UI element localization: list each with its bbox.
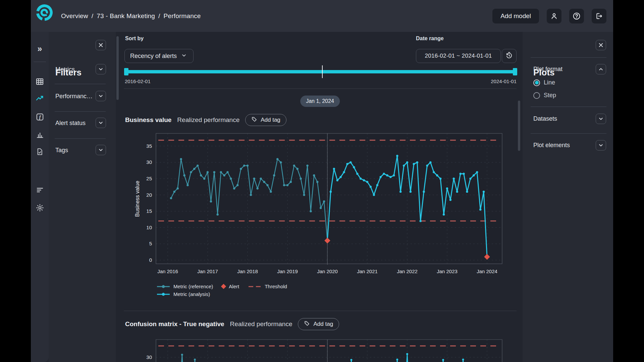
confusion-matrix-chart[interactable]: 30 — [116, 339, 523, 362]
add-model-button[interactable]: Add model — [492, 9, 539, 23]
svg-text:25: 25 — [146, 176, 152, 181]
svg-text:0: 0 — [149, 257, 152, 263]
slider-date-labels: 2016-02-01 2024-01-01 — [125, 78, 517, 84]
business-value-chart[interactable]: 05101520253035Jan 2016Jan 2017Jan 2018Ja… — [116, 131, 523, 280]
breadcrumb-overview[interactable]: Overview — [61, 12, 88, 20]
filter-section-tags-toggle[interactable] — [96, 145, 106, 155]
rail-item-reports[interactable] — [34, 146, 46, 158]
chart2-subtitle: Realized performance — [230, 320, 292, 328]
plot-format-option-step[interactable]: Step — [533, 92, 556, 99]
trend-up-icon — [35, 94, 45, 104]
rail-item-settings[interactable] — [34, 202, 46, 215]
svg-text:30: 30 — [146, 354, 152, 360]
legend-analysis-label: Metric (analysis) — [173, 291, 210, 297]
svg-text:Jan 2023: Jan 2023 — [437, 268, 458, 274]
plots-divider — [531, 133, 606, 134]
screenshot-page: Overview / 73 - Bank Marketing / Perform… — [0, 0, 644, 362]
plots-panel: Plots Plot format Line Step Datasets — [523, 32, 613, 362]
rail-item-bar-charts[interactable] — [34, 129, 46, 141]
date-range-slider[interactable] — [125, 68, 517, 75]
legend-item-reference[interactable]: Metric (reference) — [157, 284, 213, 289]
help-button[interactable] — [569, 9, 584, 23]
filter-section-tags-label: Tags — [55, 147, 68, 154]
filter-section-performance-label: Performanc… — [55, 93, 93, 100]
table-grid-icon — [35, 77, 44, 87]
svg-text:f: f — [39, 114, 41, 120]
double-chevron-right-icon: » — [38, 45, 42, 53]
date-range-input[interactable]: 2016-02-01 ~ 2024-01-01 — [416, 49, 501, 63]
rail-expand-button[interactable]: » — [34, 43, 46, 55]
filter-section-alert-status-toggle[interactable] — [96, 118, 106, 128]
reference-line-sample — [157, 284, 170, 289]
legend-item-alert[interactable]: Alert — [222, 284, 239, 289]
tag-icon — [251, 116, 257, 124]
analysis-line-sample — [157, 292, 170, 297]
slider-handle-start[interactable] — [124, 68, 128, 75]
breadcrumb-model[interactable]: 73 - Bank Marketing — [97, 12, 155, 20]
svg-text:15: 15 — [146, 208, 152, 214]
date-range-value: 2016-02-01 ~ 2024-01-01 — [425, 53, 492, 59]
plots-close-button[interactable] — [596, 40, 606, 50]
rail-divider — [34, 62, 46, 62]
plot-format-toggle[interactable] — [596, 64, 606, 74]
logout-button[interactable] — [592, 9, 606, 23]
slider-cursor[interactable] — [322, 65, 323, 78]
main-left-scrollbar[interactable] — [116, 36, 119, 100]
svg-text:35: 35 — [146, 143, 152, 149]
slider-start-date: 2016-02-01 — [125, 78, 151, 84]
legend-item-threshold[interactable]: Threshold — [248, 284, 287, 289]
chevron-down-icon — [181, 53, 186, 59]
add-tag-button[interactable]: Add tag — [298, 318, 339, 330]
svg-text:Business value: Business value — [135, 181, 140, 217]
chevron-up-icon — [598, 67, 603, 72]
chart1-header: Business value Realized performance Add … — [125, 114, 286, 126]
svg-text:10: 10 — [146, 225, 152, 230]
legend-item-analysis[interactable]: Metric (analysis) — [157, 291, 210, 297]
rail-item-performance[interactable] — [34, 93, 46, 105]
plot-format-option-line[interactable]: Line — [533, 79, 555, 86]
filter-section-metrics-toggle[interactable] — [96, 64, 106, 74]
chart2-header: Confusion matrix - True negative Realize… — [125, 318, 339, 330]
slider-handle-end[interactable] — [513, 68, 517, 75]
add-tag-button[interactable]: Add tag — [245, 114, 286, 126]
topbar-actions: Add model — [492, 0, 606, 32]
close-icon — [98, 43, 103, 48]
brand-logo-icon[interactable] — [36, 4, 53, 21]
radio-line-label: Line — [544, 79, 555, 86]
rail-item-functions[interactable]: f — [34, 112, 46, 124]
svg-text:30: 30 — [146, 159, 152, 165]
filter-section-metrics-label: Metrics — [55, 66, 75, 73]
filters-divider — [55, 84, 106, 84]
svg-text:Jan 2018: Jan 2018 — [237, 268, 258, 274]
date-range-reset-button[interactable] — [502, 49, 517, 63]
user-account-button[interactable] — [547, 9, 561, 23]
bar-chart-icon — [36, 130, 44, 140]
svg-text:Jan 2019: Jan 2019 — [277, 268, 298, 274]
plot-format-label: Plot format — [533, 66, 562, 73]
filter-section-performance-toggle[interactable] — [96, 91, 106, 101]
add-tag-label: Add tag — [313, 321, 333, 327]
sort-by-select[interactable]: Recency of alerts — [124, 49, 194, 63]
svg-text:20: 20 — [146, 192, 152, 198]
rail-item-filter-lines[interactable] — [34, 185, 46, 197]
datasets-toggle[interactable] — [596, 114, 606, 124]
main-content: Sort by Recency of alerts Date range 201… — [116, 32, 523, 362]
filters-divider — [55, 111, 106, 112]
user-icon — [550, 12, 558, 20]
add-tag-label: Add tag — [261, 117, 280, 123]
filters-panel: Filters Metrics Performanc… Alert status — [49, 32, 116, 362]
slider-end-date: 2024-01-01 — [491, 78, 517, 84]
main-right-scrollbar[interactable] — [518, 101, 520, 151]
filters-close-button[interactable] — [96, 40, 106, 50]
slider-track[interactable] — [125, 70, 517, 73]
cursor-date-badge[interactable]: Jan 1, 2024 — [300, 96, 340, 107]
legend-threshold-label: Threshold — [265, 284, 287, 289]
icon-rail: » f — [31, 32, 49, 362]
rail-item-data-table[interactable] — [34, 76, 46, 88]
plot-elements-toggle[interactable] — [596, 140, 606, 150]
breadcrumb-performance[interactable]: Performance — [164, 12, 201, 20]
document-check-icon — [36, 147, 44, 157]
plots-divider — [531, 107, 606, 107]
sort-by-value: Recency of alerts — [130, 53, 177, 60]
chevron-down-icon — [98, 67, 103, 72]
